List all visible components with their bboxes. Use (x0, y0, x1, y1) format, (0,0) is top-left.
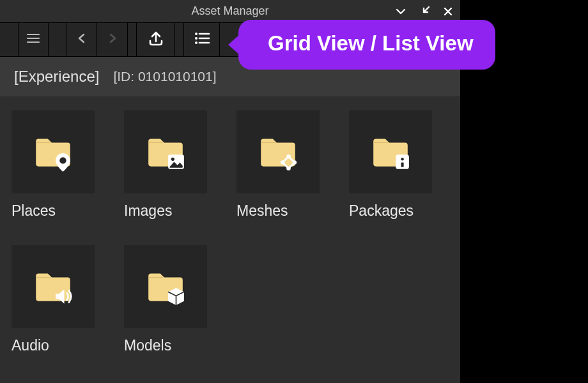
folder-thumb (124, 245, 207, 328)
toolbar-spacer (128, 23, 137, 56)
dropdown-icon[interactable] (395, 6, 406, 17)
svg-point-0 (195, 33, 197, 35)
folder-icon (31, 266, 75, 308)
folder-label: Packages (349, 202, 432, 220)
folder-label: Meshes (236, 202, 320, 220)
view-toggle-button[interactable] (184, 23, 220, 56)
menu-button[interactable] (18, 23, 49, 56)
folder-thumb (12, 110, 95, 193)
folder-icon (369, 131, 412, 173)
svg-point-8 (171, 158, 174, 161)
folder-icon (31, 131, 75, 173)
tooltip-callout: Grid View / List View (238, 20, 495, 70)
folder-thumb (236, 110, 320, 193)
folder-item[interactable]: Packages (349, 110, 432, 220)
folder-icon (144, 266, 187, 308)
folder-icon (144, 131, 187, 173)
titlebar: Asset Manager (0, 0, 460, 22)
titlebar-controls (395, 0, 454, 22)
back-button[interactable] (66, 23, 97, 56)
content-area: PlacesImagesMeshesPackagesAudioModels (0, 96, 460, 383)
svg-point-2 (195, 41, 197, 44)
upload-icon (146, 29, 166, 50)
folder-label: Images (124, 202, 207, 220)
folder-label: Places (12, 202, 95, 220)
toolbar-spacer (49, 23, 66, 56)
breadcrumb-root[interactable]: [Experience] (14, 68, 99, 86)
folder-icon (256, 131, 300, 173)
folder-item[interactable]: Models (124, 245, 207, 354)
window-title: Asset Manager (191, 4, 268, 18)
folder-grid: PlacesImagesMeshesPackagesAudioModels (12, 110, 449, 354)
hamburger-icon (25, 30, 42, 49)
callout-text: Grid View / List View (268, 31, 474, 56)
list-view-icon (192, 29, 212, 50)
svg-point-15 (401, 158, 404, 161)
chevron-right-icon (106, 32, 119, 47)
folder-thumb (12, 245, 95, 328)
svg-point-6 (59, 157, 66, 163)
dock-icon[interactable] (418, 5, 431, 18)
toolbar-spacer (175, 23, 184, 56)
folder-item[interactable]: Meshes (236, 110, 320, 220)
folder-item[interactable]: Audio (12, 245, 95, 354)
folder-label: Models (124, 337, 207, 354)
folder-item[interactable]: Images (124, 110, 207, 220)
folder-thumb (349, 110, 432, 193)
breadcrumb-id: [ID: 0101010101] (113, 69, 216, 84)
svg-point-1 (195, 37, 197, 40)
upload-button[interactable] (137, 23, 175, 56)
chevron-left-icon (75, 32, 88, 47)
close-icon[interactable] (442, 6, 454, 17)
callout-arrow-icon (228, 34, 240, 55)
folder-thumb (124, 110, 207, 193)
forward-button[interactable] (97, 23, 128, 56)
folder-item[interactable]: Places (12, 110, 95, 220)
svg-rect-14 (401, 163, 404, 167)
folder-label: Audio (12, 337, 95, 354)
